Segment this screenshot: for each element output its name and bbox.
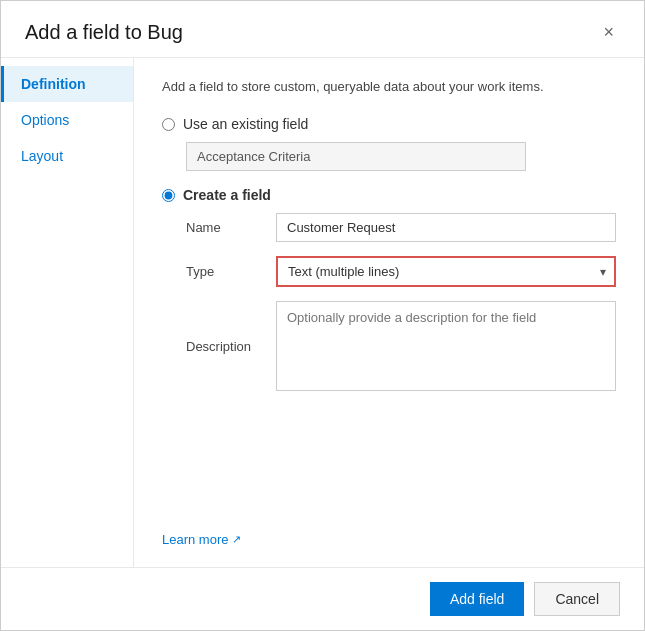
sidebar: Definition Options Layout: [1, 58, 134, 567]
existing-field-input[interactable]: [186, 142, 526, 171]
type-row: Type Text (multiple lines) Text (single …: [186, 256, 616, 287]
create-field-section: Name Type Text (multiple lines) Text (si…: [186, 213, 616, 391]
add-field-button[interactable]: Add field: [430, 582, 524, 616]
use-existing-radio[interactable]: [162, 118, 175, 131]
dialog-footer: Add field Cancel: [1, 567, 644, 630]
type-select[interactable]: Text (multiple lines) Text (single line)…: [276, 256, 616, 287]
existing-field-container: [186, 142, 616, 171]
add-field-dialog: Add a field to Bug × Definition Options …: [0, 0, 645, 631]
learn-more-link[interactable]: Learn more ↗: [162, 522, 616, 547]
dialog-header: Add a field to Bug ×: [1, 1, 644, 58]
name-input[interactable]: [276, 213, 616, 242]
learn-more-label: Learn more: [162, 532, 228, 547]
create-field-option: Create a field: [162, 187, 616, 203]
use-existing-label[interactable]: Use an existing field: [183, 116, 308, 132]
type-select-wrapper: Text (multiple lines) Text (single line)…: [276, 256, 616, 287]
external-link-icon: ↗: [232, 533, 241, 546]
radio-group: Use an existing field Create a field Nam…: [162, 116, 616, 405]
description-row: Description: [186, 301, 616, 391]
dialog-title: Add a field to Bug: [25, 21, 183, 44]
description-input[interactable]: [276, 301, 616, 391]
use-existing-option: Use an existing field: [162, 116, 616, 132]
type-label: Type: [186, 264, 276, 279]
sidebar-item-definition[interactable]: Definition: [1, 66, 133, 102]
sidebar-item-layout[interactable]: Layout: [1, 138, 133, 174]
dialog-body: Definition Options Layout Add a field to…: [1, 58, 644, 567]
description-text: Add a field to store custom, queryable d…: [162, 78, 616, 96]
close-button[interactable]: ×: [597, 19, 620, 45]
name-row: Name: [186, 213, 616, 242]
sidebar-item-options[interactable]: Options: [1, 102, 133, 138]
description-label: Description: [186, 339, 276, 354]
main-content: Add a field to store custom, queryable d…: [134, 58, 644, 567]
create-field-radio[interactable]: [162, 189, 175, 202]
name-label: Name: [186, 220, 276, 235]
cancel-button[interactable]: Cancel: [534, 582, 620, 616]
create-field-label[interactable]: Create a field: [183, 187, 271, 203]
